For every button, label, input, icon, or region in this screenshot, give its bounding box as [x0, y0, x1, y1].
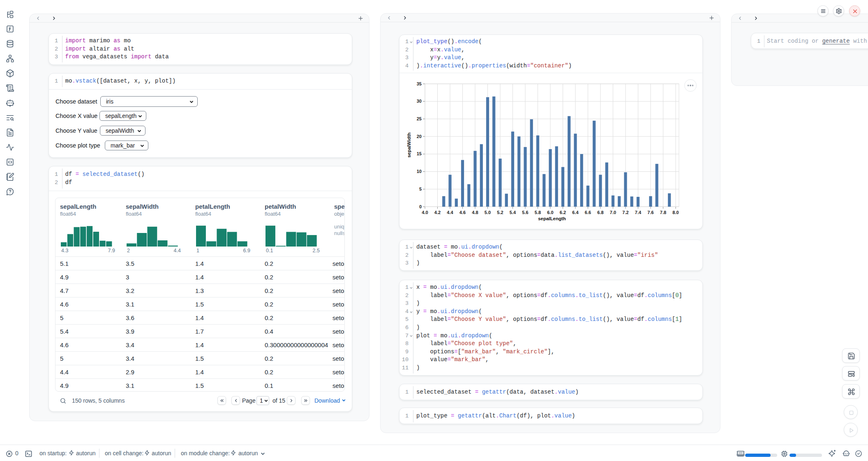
svg-text:7.6: 7.6 — [647, 210, 653, 215]
svg-text:10: 10 — [417, 169, 422, 174]
svg-text:25: 25 — [417, 116, 422, 121]
svg-text:7.2: 7.2 — [622, 210, 628, 215]
svg-text:4.8: 4.8 — [472, 210, 478, 215]
svg-text:5.6: 5.6 — [522, 210, 528, 215]
svg-text:35: 35 — [417, 81, 422, 86]
svg-text:sepalLength: sepalLength — [538, 216, 566, 221]
svg-text:4.0: 4.0 — [422, 210, 428, 215]
svg-text:5.0: 5.0 — [485, 210, 491, 215]
svg-text:5.4: 5.4 — [510, 210, 516, 215]
svg-text:4.2: 4.2 — [434, 210, 441, 215]
svg-text:7.0: 7.0 — [610, 210, 616, 215]
svg-text:5.2: 5.2 — [497, 210, 503, 215]
svg-text:6.4: 6.4 — [572, 210, 579, 215]
svg-text:6.0: 6.0 — [547, 210, 553, 215]
svg-text:0: 0 — [419, 204, 422, 209]
svg-text:6.2: 6.2 — [560, 210, 566, 215]
svg-text:20: 20 — [417, 134, 422, 139]
svg-text:5.8: 5.8 — [535, 210, 541, 215]
svg-text:8.0: 8.0 — [672, 210, 679, 215]
svg-text:7.8: 7.8 — [660, 210, 666, 215]
svg-text:6.6: 6.6 — [585, 210, 591, 215]
svg-text:6.8: 6.8 — [597, 210, 603, 215]
svg-text:sepalWidth: sepalWidth — [406, 133, 411, 158]
svg-text:30: 30 — [417, 99, 422, 104]
svg-text:15: 15 — [417, 152, 422, 157]
svg-text:7.4: 7.4 — [635, 210, 642, 215]
svg-text:4.6: 4.6 — [459, 210, 466, 215]
svg-text:5: 5 — [419, 187, 422, 191]
svg-text:4.4: 4.4 — [447, 210, 453, 215]
